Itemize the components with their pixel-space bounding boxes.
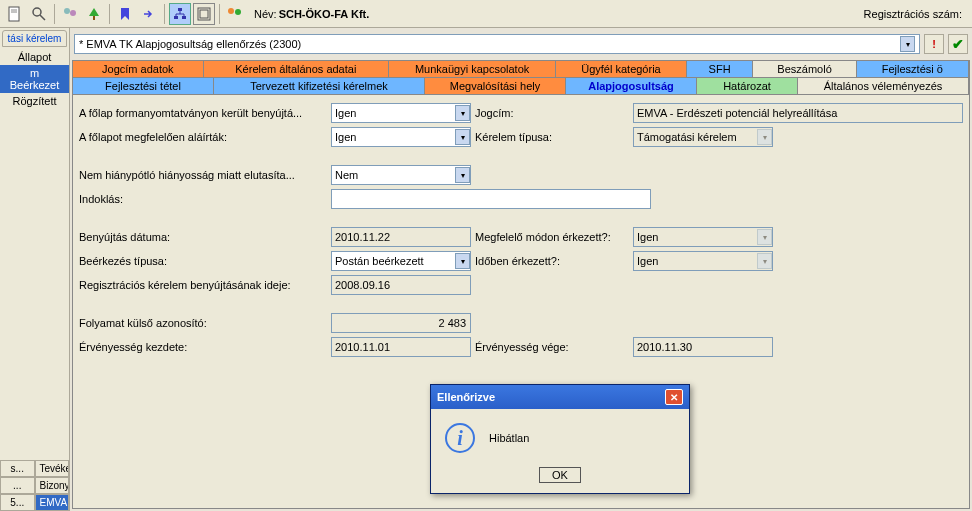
label-folap-benyujt: A főlap formanyomtatványon került benyúj… [79,107,327,119]
tab-beszamolo[interactable]: Beszámoló [753,61,856,77]
page-title-dropdown[interactable]: * EMVA TK Alapjogosultság ellenőrzés (23… [74,34,920,54]
chevron-down-icon: ▾ [757,253,772,269]
main-toolbar: Név: SCH-ÖKO-FA Kft. Regisztrációs szám: [0,0,972,28]
tab-strip-2: Fejlesztési tétel Tervezett kifizetési k… [72,78,970,95]
field-folap-alairtak[interactable]: Igen▾ [331,127,471,147]
name-label: Név: [254,8,277,20]
svg-point-18 [235,9,241,15]
label-megfelelo-modon: Megfelelő módon érkezett?: [475,231,629,243]
field-idoben-erkezett: Igen▾ [633,251,773,271]
svg-point-3 [33,8,41,16]
field-jogcim: EMVA - Erdészeti potenciál helyreállítás… [633,103,963,123]
svg-rect-0 [9,7,19,21]
btab-s[interactable]: s... [0,460,35,477]
tab-hatarozat[interactable]: Határozat [697,78,798,94]
tab-tervezett[interactable]: Tervezett kifizetési kérelmek [214,78,425,94]
tab-kerelem-altalanos[interactable]: Kérelem általános adatai [204,61,389,77]
btab-bizonylat[interactable]: Bizonylat [35,477,70,494]
info-dialog: Ellenőrizve ✕ i Hibátlan OK [430,384,690,494]
window-icon[interactable] [193,3,215,25]
field-folyamat-azonosito: 2 483 [331,313,471,333]
label-jogcim: Jogcím: [475,107,629,119]
warning-button[interactable]: ! [924,34,944,54]
left-top-tab[interactable]: tási kérelem [2,30,67,47]
people-icon[interactable] [224,3,246,25]
chevron-down-icon[interactable]: ▾ [900,36,915,52]
dialog-titlebar: Ellenőrizve ✕ [431,385,689,409]
users-icon[interactable] [59,3,81,25]
label-benyujtas-datuma: Benyújtás dátuma: [79,231,327,243]
tab-alapjogosultsag[interactable]: Alapjogosultság [566,78,697,94]
chevron-down-icon: ▾ [455,129,470,145]
page-title-text: * EMVA TK Alapjogosultság ellenőrzés (23… [79,38,301,50]
info-icon: i [445,423,475,453]
label-nem-hianypotlo: Nem hiánypótló hiányosság miatt elutasít… [79,169,327,181]
btab-emva[interactable]: EMVA TK [35,494,70,511]
check-button[interactable]: ✔ [948,34,968,54]
close-icon[interactable]: ✕ [665,389,683,405]
label-ervenyesseg-kezdete: Érvényesség kezdete: [79,341,327,353]
tab-strip-1: Jogcím adatok Kérelem általános adatai M… [72,60,970,78]
field-reg-kerelem-ideje: 2008.09.16 [331,275,471,295]
left-item-rogzitett[interactable]: Rögzített [0,93,69,109]
tab-altalanos-velemeny[interactable]: Általános véleményezés [798,78,969,94]
label-idoben-erkezett: Időben érkezett?: [475,255,629,267]
svg-rect-10 [182,16,186,19]
chevron-down-icon: ▾ [455,253,470,269]
svg-rect-8 [178,8,182,11]
field-indoklas[interactable] [331,189,651,209]
dialog-message: Hibátlan [489,432,529,444]
left-bottom-tabs: s...Tevéke ...Bizonylat 5...EMVA TK [0,460,69,511]
label-kerelem-tipusa: Kérelem típusa: [475,131,629,143]
chevron-down-icon: ▾ [757,229,772,245]
svg-line-4 [40,15,45,20]
field-benyujtas-datuma: 2010.11.22 [331,227,471,247]
field-nem-hianypotlo[interactable]: Nem▾ [331,165,471,185]
label-reg-kerelem-ideje: Regisztrációs kérelem benyújtásának idej… [79,279,327,291]
field-kerelem-tipusa: Támogatási kérelem▾ [633,127,773,147]
note-icon[interactable] [114,3,136,25]
label-ervenyesseg-vege: Érvényesség vége: [475,341,629,353]
name-value: SCH-ÖKO-FA Kft. [279,8,370,20]
label-beerkezes-tipusa: Beérkezés típusa: [79,255,327,267]
tab-sfh[interactable]: SFH [687,61,754,77]
svg-rect-16 [200,10,208,18]
svg-point-17 [228,8,234,14]
tab-ugyfel-kategoria[interactable]: Ügyfél kategória [556,61,687,77]
search-icon[interactable] [28,3,50,25]
field-ervenyesseg-kezdete: 2010.11.01 [331,337,471,357]
tab-jogcim-adatok[interactable]: Jogcím adatok [73,61,204,77]
dialog-title: Ellenőrizve [437,391,495,403]
chevron-down-icon: ▾ [757,129,772,145]
ok-button[interactable]: OK [539,467,581,483]
btab-5[interactable]: 5... [0,494,35,511]
left-item-beerkezett[interactable]: m Beérkezet [0,65,69,93]
doc-icon[interactable] [4,3,26,25]
tab-megvalositasi[interactable]: Megvalósítási hely [425,78,566,94]
field-beerkezes-tipusa[interactable]: Postán beérkezett▾ [331,251,471,271]
svg-rect-9 [174,16,178,19]
field-folap-benyujt[interactable]: Igen▾ [331,103,471,123]
btab-dots[interactable]: ... [0,477,35,494]
svg-point-6 [70,10,76,16]
field-megfelelo-modon: Igen▾ [633,227,773,247]
arrow-icon[interactable] [138,3,160,25]
chevron-down-icon: ▾ [455,105,470,121]
left-panel: tási kérelem Állapot m Beérkezet Rögzíte… [0,28,70,511]
left-item-allapot[interactable]: Állapot [0,49,69,65]
hierarchy-icon[interactable] [169,3,191,25]
label-folap-alairtak: A főlapot megfelelően aláírták: [79,131,327,143]
reg-label: Regisztrációs szám: [864,8,962,20]
tab-munkaugyi[interactable]: Munkaügyi kapcsolatok [389,61,556,77]
chevron-down-icon: ▾ [455,167,470,183]
label-folyamat-azonosito: Folyamat külső azonosító: [79,317,327,329]
svg-point-5 [64,8,70,14]
tab-fejlesztesi-tetel[interactable]: Fejlesztési tétel [73,78,214,94]
tab-fejlesztesi-o[interactable]: Fejlesztési ö [857,61,969,77]
tree-icon[interactable] [83,3,105,25]
svg-rect-7 [93,16,95,20]
btab-teveke[interactable]: Tevéke [35,460,70,477]
label-indoklas: Indoklás: [79,193,327,205]
field-ervenyesseg-vege: 2010.11.30 [633,337,773,357]
